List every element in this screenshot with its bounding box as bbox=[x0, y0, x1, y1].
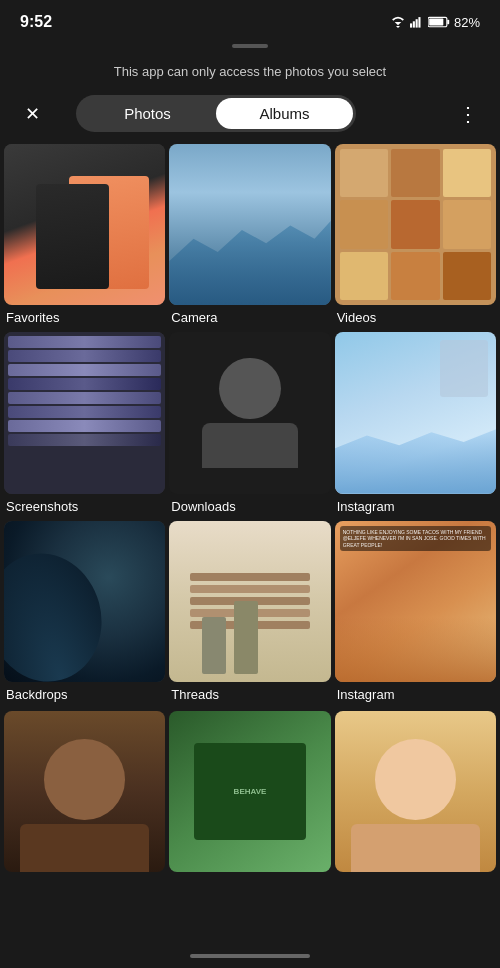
album-instagram2[interactable]: NOTHING LIKE ENJOYING SOME TACOS WITH MY… bbox=[335, 521, 496, 705]
more-button[interactable]: ⋮ bbox=[452, 98, 484, 130]
navigation-bar bbox=[0, 944, 500, 968]
bottom-row: BEHAVE bbox=[0, 711, 500, 876]
album-thumb-videos bbox=[335, 144, 496, 305]
bottom-thumb-green[interactable]: BEHAVE bbox=[169, 711, 330, 872]
album-label-camera: Camera bbox=[169, 305, 330, 328]
album-thumb-screenshots bbox=[4, 332, 165, 493]
svg-rect-7 bbox=[447, 20, 449, 25]
album-instagram1[interactable]: Instagram bbox=[335, 332, 496, 516]
album-label-screenshots: Screenshots bbox=[4, 494, 165, 517]
album-thumb-downloads bbox=[169, 332, 330, 493]
album-label-downloads: Downloads bbox=[169, 494, 330, 517]
status-bar: 9:52 82% bbox=[0, 0, 500, 40]
signal-icon bbox=[410, 16, 424, 28]
album-thumb-backdrops bbox=[4, 521, 165, 682]
album-videos[interactable]: Videos bbox=[335, 144, 496, 328]
albums-grid: Favorites Camera Videos bbox=[0, 138, 500, 711]
album-thumb-threads bbox=[169, 521, 330, 682]
album-camera[interactable]: Camera bbox=[169, 144, 330, 328]
close-button[interactable]: ✕ bbox=[16, 98, 48, 130]
tab-group: Photos Albums bbox=[76, 95, 356, 132]
album-label-favorites: Favorites bbox=[4, 305, 165, 328]
album-thumb-instagram1 bbox=[335, 332, 496, 493]
album-label-videos: Videos bbox=[335, 305, 496, 328]
album-thumb-instagram2: NOTHING LIKE ENJOYING SOME TACOS WITH MY… bbox=[335, 521, 496, 682]
svg-rect-2 bbox=[410, 23, 412, 27]
album-label-threads: Threads bbox=[169, 682, 330, 705]
album-label-instagram2: Instagram bbox=[335, 682, 496, 705]
album-backdrops[interactable]: Backdrops bbox=[4, 521, 165, 705]
drag-handle bbox=[232, 44, 268, 48]
svg-rect-4 bbox=[416, 19, 418, 27]
banner-text: This app can only access the photos you … bbox=[0, 56, 500, 89]
svg-rect-8 bbox=[429, 18, 443, 25]
album-label-backdrops: Backdrops bbox=[4, 682, 165, 705]
album-thumb-favorites bbox=[4, 144, 165, 305]
svg-marker-0 bbox=[395, 22, 402, 25]
status-icons: 82% bbox=[390, 15, 480, 30]
album-threads[interactable]: Threads bbox=[169, 521, 330, 705]
status-time: 9:52 bbox=[20, 13, 52, 31]
battery-icon bbox=[428, 16, 450, 28]
album-label-instagram1: Instagram bbox=[335, 494, 496, 517]
album-downloads[interactable]: Downloads bbox=[169, 332, 330, 516]
album-favorites[interactable]: Favorites bbox=[4, 144, 165, 328]
bottom-thumb-person1[interactable] bbox=[4, 711, 165, 872]
home-indicator bbox=[190, 954, 310, 958]
svg-rect-3 bbox=[413, 21, 415, 27]
battery-percent: 82% bbox=[454, 15, 480, 30]
svg-rect-5 bbox=[418, 17, 420, 28]
album-screenshots[interactable]: Screenshots bbox=[4, 332, 165, 516]
svg-marker-1 bbox=[396, 26, 400, 28]
bottom-thumb-person2[interactable] bbox=[335, 711, 496, 872]
tab-albums[interactable]: Albums bbox=[216, 98, 353, 129]
wifi-icon bbox=[390, 16, 406, 28]
tab-photos[interactable]: Photos bbox=[79, 98, 216, 129]
nav-header: ✕ Photos Albums ⋮ bbox=[0, 89, 500, 138]
album-thumb-camera bbox=[169, 144, 330, 305]
